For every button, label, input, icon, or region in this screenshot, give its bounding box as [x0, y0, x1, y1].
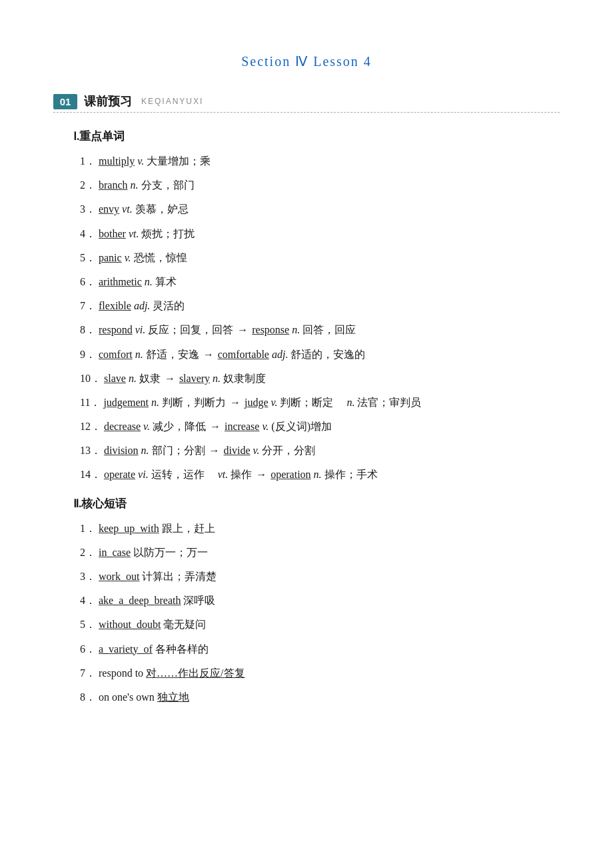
- content-area: Ⅰ.重点单词 1． multiply v. 大量增加；乘 2． branch n…: [53, 129, 560, 706]
- page-title: Section Ⅳ Lesson 4: [53, 53, 560, 69]
- list-item: 5． without_doubt 毫无疑问: [80, 615, 553, 633]
- list-item: 9． comfort n. 舒适，安逸 → comfortable adj. 舒…: [80, 345, 553, 363]
- list-item: 6． a_variety_of 各种各样的: [80, 640, 553, 658]
- section-badge: 01: [53, 94, 77, 109]
- list-item: 7． flexible adj. 灵活的: [80, 297, 553, 315]
- phrase-list: 1． keep_up_with 跟上，赶上 2． in_case 以防万一；万一…: [80, 519, 553, 707]
- section-title-cn: 课前预习: [84, 93, 132, 109]
- list-item: 2． in_case 以防万一；万一: [80, 543, 553, 561]
- list-item: 14． operate vi. 运转，运作 vt. 操作 → operation…: [80, 465, 553, 483]
- list-item: 11． judgement n. 判断，判断力 → judge v. 判断；断定…: [80, 393, 553, 411]
- list-item: 12． decrease v. 减少，降低 → increase v. (反义词…: [80, 417, 553, 435]
- list-item: 3． work_out 计算出；弄清楚: [80, 567, 553, 585]
- list-item: 6． arithmetic n. 算术: [80, 273, 553, 291]
- list-item: 1． keep_up_with 跟上，赶上: [80, 519, 553, 537]
- list-item: 7． respond to 对……作出反应/答复: [80, 664, 553, 682]
- vocab-list: 1． multiply v. 大量增加；乘 2． branch n. 分支，部门…: [80, 152, 553, 484]
- section-header: 01 课前预习 KEQIANYUXI: [53, 93, 560, 113]
- list-item: 1． multiply v. 大量增加；乘: [80, 152, 553, 170]
- list-item: 5． panic v. 恐慌，惊惶: [80, 249, 553, 267]
- list-item: 8． on one's own 独立地: [80, 688, 553, 706]
- section-title-en: KEQIANYUXI: [141, 97, 203, 106]
- list-item: 8． respond vi. 反应；回复，回答 → response n. 回答…: [80, 321, 553, 339]
- list-item: 4． bother vt. 烦扰；打扰: [80, 225, 553, 243]
- list-item: 4． ake_a_deep_breath 深呼吸: [80, 591, 553, 609]
- list-item: 13． division n. 部门；分割 → divide v. 分开，分割: [80, 441, 553, 459]
- list-item: 10． slave n. 奴隶 → slavery n. 奴隶制度: [80, 369, 553, 387]
- subsection1-title: Ⅰ.重点单词: [73, 129, 553, 144]
- subsection2-title: Ⅱ.核心短语: [73, 496, 553, 511]
- list-item: 3． envy vt. 羡慕，妒忌: [80, 200, 553, 218]
- list-item: 2． branch n. 分支，部门: [80, 176, 553, 194]
